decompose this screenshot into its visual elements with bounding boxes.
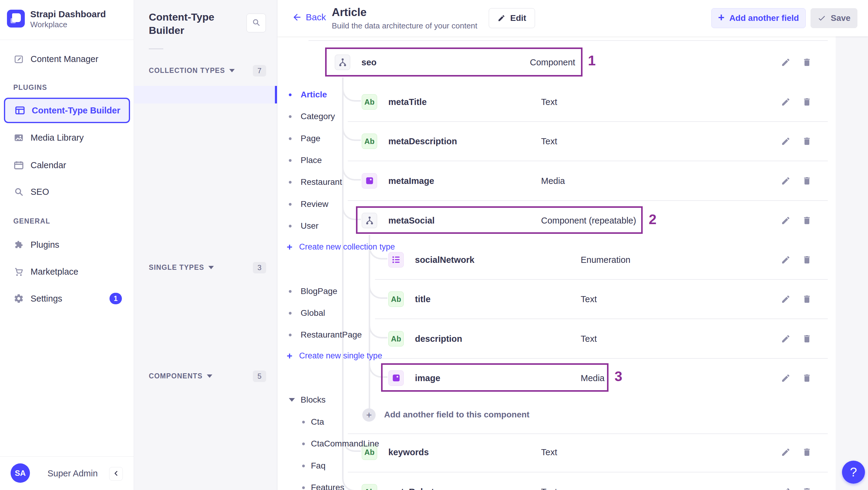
- component-item-features[interactable]: Features: [134, 479, 277, 490]
- group-header-single-types[interactable]: SINGLE TYPES: [149, 264, 214, 272]
- type-item-restaurant[interactable]: Restaurant: [134, 173, 277, 191]
- type-item-page[interactable]: Page: [134, 130, 277, 147]
- edit-field-button[interactable]: [779, 253, 793, 267]
- sidebar-item-content-type-builder[interactable]: Content-Type Builder: [4, 98, 130, 123]
- field-type: Component (repeatable): [541, 215, 636, 225]
- edit-field-button[interactable]: [779, 174, 793, 187]
- field-row-metaImage[interactable]: metaImageMedia: [277, 161, 828, 201]
- edit-field-button[interactable]: [779, 332, 793, 345]
- type-item-user[interactable]: User: [134, 217, 277, 235]
- sidebar-item-calendar[interactable]: Calendar: [0, 156, 134, 174]
- sidebar-item-media-library[interactable]: Media Library: [0, 128, 134, 147]
- sidebar-item-label: Content Manager: [31, 54, 98, 64]
- back-label: Back: [306, 12, 326, 22]
- field-row-image[interactable]: imageMedia: [277, 358, 828, 398]
- delete-field-button[interactable]: [800, 253, 813, 267]
- field-name: image: [415, 373, 440, 383]
- delete-field-button[interactable]: [800, 134, 813, 148]
- add-field-to-component-button[interactable]: +: [362, 408, 376, 422]
- question-mark-icon: ?: [850, 465, 857, 480]
- edit-field-button[interactable]: [779, 214, 793, 227]
- field-name: metaImage: [388, 176, 434, 186]
- delete-field-button[interactable]: [800, 56, 813, 69]
- edit-field-button[interactable]: [779, 485, 793, 490]
- edit-field-button[interactable]: [779, 371, 793, 385]
- group-header-collection-types[interactable]: COLLECTION TYPES: [149, 66, 235, 75]
- field-row-keywords[interactable]: AbkeywordsText: [277, 432, 828, 472]
- type-item-category[interactable]: Category: [134, 108, 277, 125]
- type-item-blogpage[interactable]: BlogPage: [134, 282, 277, 300]
- bullet-icon: [289, 115, 291, 118]
- type-item-label: Category: [301, 112, 335, 121]
- field-row-seo[interactable]: seoComponent: [277, 42, 828, 82]
- back-link[interactable]: Back: [292, 12, 326, 22]
- type-item-place[interactable]: Place: [134, 152, 277, 169]
- component-category-label: Blocks: [301, 395, 326, 405]
- component-item-cta[interactable]: Cta: [134, 413, 277, 431]
- component-item-label: Faq: [311, 461, 326, 471]
- edit-field-button[interactable]: [779, 293, 793, 306]
- field-row-metaRobots[interactable]: AbmetaRobotsText: [277, 472, 828, 490]
- create-link-label: Create new collection type: [299, 242, 395, 252]
- field-row-title[interactable]: AbtitleText: [277, 279, 828, 319]
- type-item-restaurantpage[interactable]: RestaurantPage: [134, 326, 277, 344]
- edit-field-button[interactable]: [779, 134, 793, 148]
- chevron-down-icon: [229, 69, 235, 72]
- delete-field-button[interactable]: [800, 95, 813, 109]
- add-field-label: Add another field: [729, 13, 799, 23]
- field-type: Media: [581, 373, 604, 383]
- text-icon: Ab: [362, 484, 377, 490]
- field-type: Text: [581, 334, 597, 344]
- delete-field-button[interactable]: [800, 332, 813, 345]
- type-item-review[interactable]: Review: [134, 195, 277, 213]
- add-another-field-button[interactable]: + Add another field: [711, 8, 806, 28]
- page-header: Back Article Build the data architecture…: [277, 0, 868, 36]
- content-type-builder-panel: Content-Type Builder COLLECTION TYPES7Ar…: [134, 0, 277, 490]
- delete-field-button[interactable]: [800, 174, 813, 187]
- avatar[interactable]: SA: [10, 463, 30, 483]
- group-header-components[interactable]: COMPONENTS: [149, 372, 212, 380]
- bullet-icon: [289, 93, 291, 96]
- sidebar-item-plugins[interactable]: Plugins: [0, 236, 134, 254]
- create-new-collection-type-link[interactable]: +Create new collection type: [134, 239, 277, 255]
- component-category-blocks[interactable]: Blocks: [134, 391, 277, 409]
- active-indicator: [275, 86, 277, 103]
- field-name: title: [415, 294, 431, 304]
- delete-field-button[interactable]: [800, 214, 813, 227]
- enumeration-icon: [388, 252, 404, 267]
- delete-field-button[interactable]: [800, 485, 813, 490]
- type-item-global[interactable]: Global: [134, 304, 277, 322]
- edit-field-button[interactable]: [779, 56, 793, 69]
- chevron-down-icon: [207, 374, 212, 378]
- sidebar-item-seo[interactable]: SEO: [0, 183, 134, 201]
- delete-field-button[interactable]: [800, 371, 813, 385]
- component-item-label: Cta: [311, 417, 324, 427]
- component-item-faq[interactable]: Faq: [134, 457, 277, 474]
- type-item-label: Article: [301, 90, 327, 99]
- save-button[interactable]: Save: [810, 8, 858, 28]
- collapse-sidebar-button[interactable]: [109, 467, 123, 481]
- type-item-article[interactable]: Article: [134, 86, 277, 103]
- create-new-single-type-link[interactable]: +Create new single type: [134, 347, 277, 364]
- delete-field-button[interactable]: [800, 293, 813, 306]
- group-count-badge: 5: [253, 370, 266, 382]
- sidebar-item-label: Plugins: [31, 240, 59, 250]
- sidebar-item-content-manager[interactable]: Content Manager: [0, 50, 134, 68]
- page-title: Article: [332, 6, 367, 19]
- component-item-ctacommandline[interactable]: CtaCommandLine: [134, 435, 277, 453]
- edit-button[interactable]: Edit: [489, 8, 535, 28]
- field-row-metaTitle[interactable]: AbmetaTitleText: [277, 82, 828, 122]
- type-item-label: RestaurantPage: [301, 330, 362, 340]
- notification-badge: 1: [110, 293, 122, 304]
- sidebar-item-marketplace[interactable]: Marketplace: [0, 263, 134, 281]
- user-name: Super Admin: [48, 468, 98, 479]
- edit-field-button[interactable]: [779, 446, 793, 459]
- delete-field-button[interactable]: [800, 446, 813, 459]
- search-button[interactable]: [247, 13, 266, 32]
- component-item-label: CtaCommandLine: [311, 439, 379, 449]
- field-row-metaDescription[interactable]: AbmetaDescriptionText: [277, 121, 828, 161]
- field-type: Enumeration: [581, 255, 630, 265]
- edit-field-button[interactable]: [779, 95, 793, 109]
- field-row-metaSocial[interactable]: metaSocialComponent (repeatable): [277, 201, 828, 240]
- help-button[interactable]: ?: [842, 461, 865, 484]
